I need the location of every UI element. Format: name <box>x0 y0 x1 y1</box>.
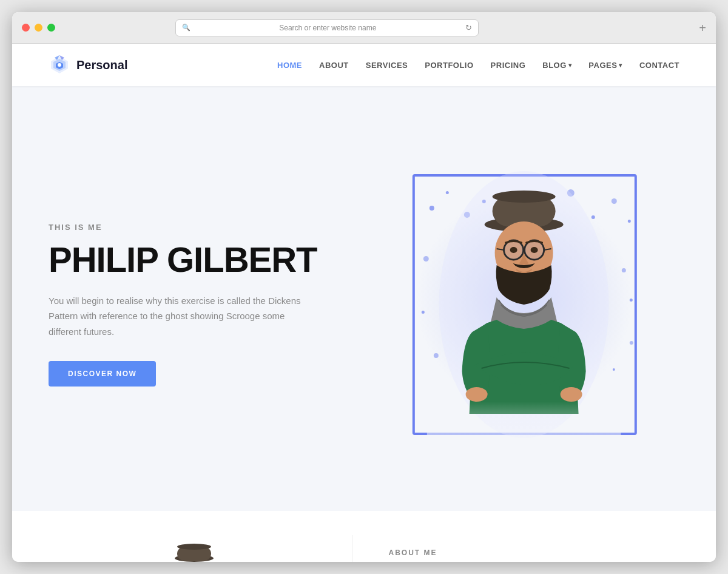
nav-link-home[interactable]: HOME <box>277 61 302 70</box>
dot <box>628 220 631 223</box>
close-button[interactable] <box>22 24 30 32</box>
nav-item-portfolio[interactable]: PORTFOLIO <box>425 59 473 70</box>
nav-link-blog[interactable]: BLOG ▾ <box>542 61 571 70</box>
hero-subtitle: THIS IS ME <box>49 223 352 232</box>
about-person-thumbnail <box>49 535 340 562</box>
svg-point-26 <box>177 544 211 550</box>
dot <box>630 341 633 345</box>
logo-text: Personal <box>76 58 127 72</box>
svg-point-6 <box>58 63 61 67</box>
nav-links: HOME ABOUT SERVICES PORTFOLIO PRICING BL… <box>277 59 679 70</box>
nav-link-pricing[interactable]: PRICING <box>491 61 526 70</box>
person-svg <box>427 159 621 450</box>
navbar: Personal HOME ABOUT SERVICES PORTFOLIO P… <box>12 44 716 86</box>
hero-section: THIS IS ME PHILIP GILBERT You will begin… <box>12 86 716 511</box>
nav-link-portfolio[interactable]: PORTFOLIO <box>425 61 473 70</box>
logo-icon <box>49 54 70 76</box>
website-content: Personal HOME ABOUT SERVICES PORTFOLIO P… <box>12 44 716 562</box>
svg-rect-23 <box>427 402 621 450</box>
hero-content: THIS IS ME PHILIP GILBERT You will begin… <box>49 223 352 387</box>
minimize-button[interactable] <box>35 24 42 32</box>
address-bar-text: Search or enter website name <box>194 24 462 32</box>
nav-item-home[interactable]: HOME <box>277 59 302 70</box>
nav-link-pages[interactable]: PAGES ▾ <box>588 61 622 70</box>
about-preview: ABOUT ME PERSONAL DETAILS <box>12 511 716 562</box>
discover-now-button[interactable]: DISCOVER NOW <box>49 361 156 387</box>
dot <box>630 299 633 302</box>
chevron-down-icon: ▾ <box>619 62 622 69</box>
svg-point-20 <box>531 247 538 253</box>
refresh-icon[interactable]: ↻ <box>465 23 472 32</box>
nav-item-contact[interactable]: CONTACT <box>639 59 679 70</box>
hero-description: You will begin to realise why this exerc… <box>49 293 303 340</box>
about-label: ABOUT ME <box>389 549 680 557</box>
traffic-lights <box>22 24 55 32</box>
nav-link-contact[interactable]: CONTACT <box>639 61 679 70</box>
nav-item-services[interactable]: SERVICES <box>366 59 408 70</box>
svg-point-21 <box>466 387 488 402</box>
browser-window: 🔍 Search or enter website name ↻ + Perso… <box>12 12 716 562</box>
browser-chrome: 🔍 Search or enter website name ↻ + <box>12 12 716 44</box>
svg-point-19 <box>510 247 517 253</box>
section-divider <box>352 535 352 562</box>
hero-image-area <box>352 123 679 487</box>
address-bar[interactable]: 🔍 Search or enter website name ↻ <box>175 19 479 36</box>
svg-point-22 <box>561 387 582 402</box>
about-text-preview: ABOUT ME PERSONAL DETAILS <box>365 535 680 562</box>
nav-item-pricing[interactable]: PRICING <box>491 59 526 70</box>
nav-link-services[interactable]: SERVICES <box>366 61 408 70</box>
search-icon: 🔍 <box>182 24 190 32</box>
new-tab-button[interactable]: + <box>699 22 706 34</box>
nav-item-pages[interactable]: PAGES ▾ <box>588 61 622 70</box>
svg-point-10 <box>493 191 556 203</box>
maximize-button[interactable] <box>47 24 55 32</box>
chevron-down-icon: ▾ <box>568 62 572 69</box>
hero-title: PHILIP GILBERT <box>49 241 352 279</box>
logo[interactable]: Personal <box>49 54 127 76</box>
nav-link-about[interactable]: ABOUT <box>319 61 349 70</box>
thumbnail-person <box>152 535 237 562</box>
nav-item-blog[interactable]: BLOG ▾ <box>542 61 571 70</box>
person-illustration <box>421 159 627 462</box>
nav-item-about[interactable]: ABOUT <box>319 59 349 70</box>
